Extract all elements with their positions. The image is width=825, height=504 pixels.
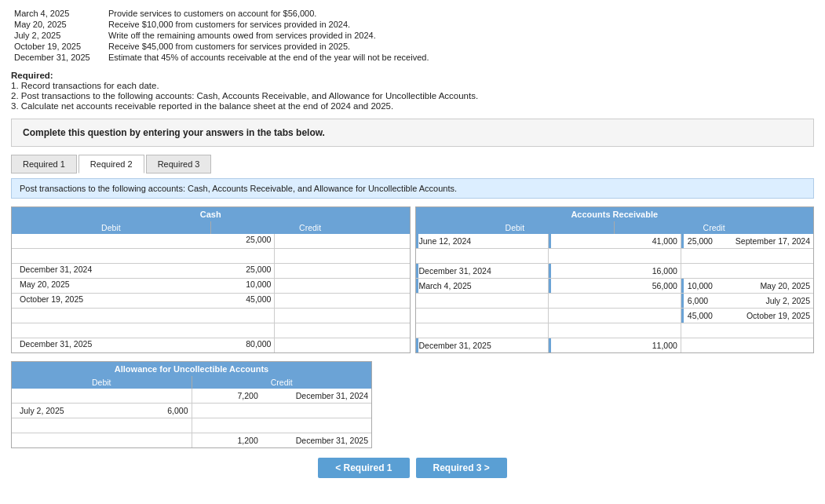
ar-ledger-header: Debit Credit bbox=[416, 221, 814, 234]
cash-credit-cell bbox=[275, 338, 409, 352]
allowance-credit-cell: 7,200December 31, 2024 bbox=[192, 389, 372, 403]
allowance-row bbox=[12, 418, 371, 433]
cash-credit-cell bbox=[275, 249, 409, 263]
row-credit: 25,000September 17, 2024 bbox=[681, 234, 813, 248]
intro-event-row: October 19, 2025 Receive $45,000 from cu… bbox=[11, 41, 432, 52]
row-credit: 10,000May 20, 2025 bbox=[681, 279, 813, 293]
cash-row-label: October 19, 2025 bbox=[15, 294, 83, 304]
cash-row bbox=[12, 248, 410, 263]
allowance-credit-cell bbox=[192, 404, 372, 418]
event-date: October 19, 2025 bbox=[11, 41, 105, 52]
ledger-row: December 31, 202416,000 bbox=[416, 263, 814, 278]
cash-debit-header: Debit bbox=[12, 221, 211, 234]
allowance-debit-cell: July 2, 20256,000 bbox=[12, 404, 192, 418]
instruction-text: Complete this question by entering your … bbox=[23, 127, 325, 138]
row-credit bbox=[681, 323, 813, 338]
allowance-debit-cell bbox=[12, 433, 192, 447]
row-debit: 16,000 bbox=[549, 264, 681, 278]
instruction-box: Complete this question by entering your … bbox=[11, 119, 814, 147]
row-label: December 31, 2025 bbox=[416, 338, 549, 352]
event-description: Receive $45,000 from customers for servi… bbox=[105, 41, 432, 52]
row-debit bbox=[549, 249, 681, 263]
cash-credit-cell bbox=[275, 323, 409, 338]
allowance-credit-cell: 1,200December 31, 2025 bbox=[192, 433, 372, 447]
cash-ledger-header: Debit Credit bbox=[12, 221, 410, 234]
tab-req2[interactable]: Required 2 bbox=[78, 155, 144, 173]
intro-event-row: July 2, 2025 Write off the remaining amo… bbox=[11, 30, 432, 41]
bottom-section: Allowance for Uncollectible Accounts Deb… bbox=[11, 361, 814, 448]
event-date: December 31, 2025 bbox=[11, 52, 105, 63]
allowance-row-credit: 1,200 bbox=[237, 436, 257, 445]
allowance-debit-cell bbox=[12, 389, 192, 403]
row-debit bbox=[549, 309, 681, 323]
required-block: Required: 1. Record transactions for eac… bbox=[11, 71, 814, 111]
allowance-debit-cell bbox=[12, 418, 192, 433]
cash-row: May 20, 202510,000 bbox=[12, 278, 410, 293]
ar-debit-header: Debit bbox=[416, 221, 615, 234]
cash-ledger: Cash Debit Credit 25,000December 31, 202… bbox=[11, 206, 411, 353]
row-label: March 4, 2025 bbox=[416, 279, 549, 293]
row-debit: 56,000 bbox=[549, 279, 681, 293]
row-debit bbox=[549, 323, 681, 338]
allowance-ledger: Allowance for Uncollectible Accounts Deb… bbox=[11, 361, 372, 448]
page: March 4, 2025 Provide services to custom… bbox=[0, 0, 825, 504]
allowance-row: 1,200December 31, 2025 bbox=[12, 433, 371, 447]
row-credit: 6,000July 2, 2025 bbox=[681, 294, 813, 308]
row-label: December 31, 2024 bbox=[416, 264, 549, 278]
row-debit: 41,000 bbox=[549, 234, 681, 248]
tab-req3[interactable]: Required 3 bbox=[146, 155, 212, 173]
cash-debit-cell: October 19, 202545,000 bbox=[12, 294, 275, 308]
ledgers-container: Cash Debit Credit 25,000December 31, 202… bbox=[11, 206, 814, 353]
intro-event-row: March 4, 2025 Provide services to custom… bbox=[11, 8, 432, 19]
allowance-row-credit: 7,200 bbox=[237, 391, 257, 400]
cash-row-debit: 25,000 bbox=[246, 235, 271, 244]
allowance-credit-label: December 31, 2024 bbox=[296, 391, 368, 400]
next-button[interactable]: Required 3 > bbox=[416, 458, 507, 478]
allowance-credit-label: December 31, 2025 bbox=[296, 436, 368, 445]
ar-ledger-title: Accounts Receivable bbox=[416, 207, 814, 221]
event-description: Provide services to customers on account… bbox=[105, 8, 432, 19]
row-label bbox=[416, 294, 549, 308]
ar-credit-header: Credit bbox=[615, 221, 813, 234]
ledger-row: December 31, 202511,000 bbox=[416, 338, 814, 352]
event-description: Receive $10,000 from customers for servi… bbox=[105, 19, 432, 30]
event-description: Write off the remaining amounts owed fro… bbox=[105, 30, 432, 41]
prev-button[interactable]: < Required 1 bbox=[318, 458, 409, 478]
allowance-ledger-title: Allowance for Uncollectible Accounts bbox=[12, 362, 371, 376]
cash-credit-cell bbox=[275, 279, 409, 293]
tab-description: Post transactions to the following accou… bbox=[11, 178, 814, 199]
cash-credit-cell bbox=[275, 234, 409, 248]
cash-credit-cell bbox=[275, 294, 409, 308]
row-credit: 45,000October 19, 2025 bbox=[681, 309, 813, 323]
credit-label: September 17, 2024 bbox=[736, 236, 810, 246]
cash-row: 25,000 bbox=[12, 234, 410, 248]
cash-debit-cell: May 20, 202510,000 bbox=[12, 279, 275, 293]
credit-label: July 2, 2025 bbox=[765, 296, 810, 305]
tabs-row: Required 1Required 2Required 3 bbox=[11, 155, 814, 173]
row-credit bbox=[681, 264, 813, 278]
ledger-row: March 4, 202556,00010,000May 20, 2025 bbox=[416, 278, 814, 293]
cash-row bbox=[12, 308, 410, 323]
intro-table: March 4, 2025 Provide services to custom… bbox=[11, 8, 432, 63]
row-credit bbox=[681, 249, 813, 263]
row-debit bbox=[549, 294, 681, 308]
bottom-nav: < Required 1 Required 3 > bbox=[11, 458, 814, 484]
cash-debit-cell: December 31, 202425,000 bbox=[12, 264, 275, 278]
cash-debit-cell: 25,000 bbox=[12, 234, 275, 248]
allowance-row-label: July 2, 2025 bbox=[15, 406, 64, 415]
tab-req1[interactable]: Required 1 bbox=[11, 155, 77, 173]
cash-row-debit: 25,000 bbox=[246, 265, 271, 274]
cash-credit-cell bbox=[275, 309, 409, 323]
ledger-row: 6,000July 2, 2025 bbox=[416, 293, 814, 308]
required-item: 2. Post transactions to the following ac… bbox=[11, 91, 814, 100]
allowance-row-debit: 6,000 bbox=[167, 406, 188, 415]
cash-credit-header: Credit bbox=[211, 221, 410, 234]
cash-row-debit: 45,000 bbox=[246, 294, 271, 304]
intro-event-row: May 20, 2025 Receive $10,000 from custom… bbox=[11, 19, 432, 30]
row-debit: 11,000 bbox=[549, 338, 681, 352]
tab-desc-text: Post transactions to the following accou… bbox=[20, 184, 457, 193]
allowance-credit-cell bbox=[192, 418, 372, 433]
cash-ledger-title: Cash bbox=[12, 207, 410, 221]
cash-debit-cell bbox=[12, 249, 275, 263]
row-label: June 12, 2024 bbox=[416, 234, 549, 248]
